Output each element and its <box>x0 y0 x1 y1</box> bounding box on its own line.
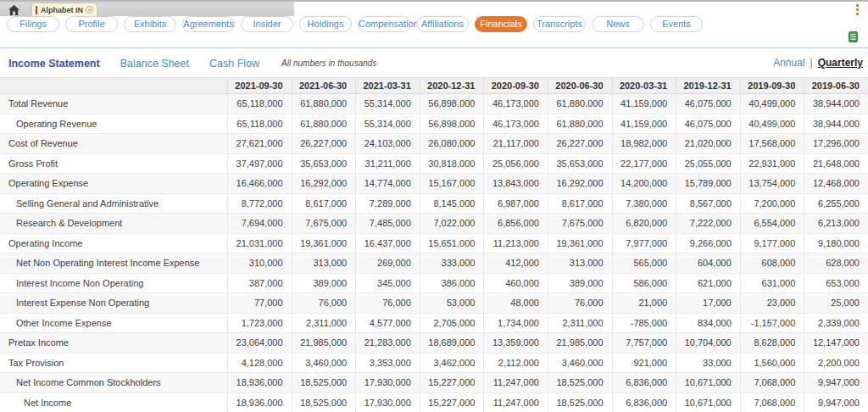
cell-value: 48,000 <box>483 293 548 313</box>
cell-value: 55,314,000 <box>355 94 420 114</box>
cell-value: 13,843,000 <box>483 174 548 193</box>
cell-value: 2,339,000 <box>804 314 868 333</box>
cell-value: 14,774,000 <box>355 174 420 193</box>
table-row-tax-provision: Tax Provision4,128,0003,460,0003,353,000… <box>0 354 868 374</box>
period-quarterly[interactable]: Quarterly <box>818 57 863 69</box>
cell-value: 1,734,000 <box>483 314 548 333</box>
nav-pill-financials[interactable]: Financials <box>475 16 527 32</box>
nav-pill-holdings[interactable]: Holdings <box>299 16 352 32</box>
row-label: Total Revenue <box>0 94 227 114</box>
company-tab[interactable]: Alphabet INC × <box>31 3 97 16</box>
cell-value: 653,000 <box>804 274 868 293</box>
cell-value: 386,000 <box>420 274 484 293</box>
cell-value: 310,000 <box>227 253 292 273</box>
statement-tab-income-statement[interactable]: Income Statement <box>8 58 100 70</box>
tab-close-icon[interactable]: × <box>86 6 93 14</box>
cell-value: 2,311,000 <box>292 314 356 333</box>
cell-value: 7,675,000 <box>548 214 612 233</box>
cell-value: 40,499,000 <box>740 94 804 114</box>
table-body: Total Revenue65,118,00061,880,00055,314,… <box>0 94 868 412</box>
tab-accent-bar <box>36 6 37 14</box>
home-icon[interactable] <box>8 3 20 14</box>
cell-value: 586,000 <box>612 274 676 293</box>
cell-value: 53,000 <box>420 293 484 313</box>
cell-value: 30,818,000 <box>420 154 484 174</box>
cell-value: 4,577,000 <box>355 314 420 333</box>
cell-value: 31,211,000 <box>355 154 420 174</box>
nav-pill-exhibits[interactable]: Exhibits <box>124 16 176 32</box>
cell-value: 22,931,000 <box>740 154 804 174</box>
period-toggle: Annual | Quarterly <box>773 57 863 69</box>
column-header: 2021-06-30 <box>292 78 356 93</box>
nav-pill-filings[interactable]: Filings <box>7 16 59 32</box>
cell-value: 11,247,000 <box>483 393 548 412</box>
cell-value: 8,617,000 <box>548 194 612 214</box>
cell-value: 17,568,000 <box>740 134 804 153</box>
nav-pills: FilingsProfileExhibitsAgreementsInsiderH… <box>0 14 868 34</box>
statement-tab-balance-sheet[interactable]: Balance Sheet <box>120 58 189 70</box>
cell-value: 11,213,000 <box>483 234 548 253</box>
period-annual[interactable]: Annual <box>773 57 804 69</box>
cell-value: 41,159,000 <box>612 94 676 114</box>
cell-value: 35,653,000 <box>292 154 356 174</box>
cell-value: 6,213,000 <box>804 214 868 233</box>
cell-value: 14,200,000 <box>612 174 676 193</box>
cell-value: 17,000 <box>676 293 740 313</box>
income-statement-table: 2021-09-302021-06-302021-03-312020-12-31… <box>0 77 868 412</box>
export-row <box>0 34 868 47</box>
table-row-operating-revenue: Operating Revenue65,118,00061,880,00055,… <box>0 114 868 135</box>
column-header: 2020-12-31 <box>420 78 484 93</box>
column-header: 2021-09-30 <box>227 78 292 93</box>
nav-pill-profile[interactable]: Profile <box>65 16 118 32</box>
cell-value: 16,466,000 <box>227 174 292 193</box>
nav-pill-transcripts[interactable]: Transcripts <box>533 16 586 32</box>
nav-pill-affiliations[interactable]: Affiliations <box>416 16 469 32</box>
cell-value: 621,000 <box>676 274 740 293</box>
cell-value: 6,820,000 <box>612 214 676 233</box>
table-header-row: 2021-09-302021-06-302021-03-312020-12-31… <box>0 78 868 94</box>
nav-pill-compensation[interactable]: Compensation <box>358 16 410 32</box>
statement-tab-cash-flow[interactable]: Cash Flow <box>209 58 259 70</box>
cell-value: 16,437,000 <box>355 234 420 253</box>
cell-value: 3,460,000 <box>292 354 356 373</box>
cell-value: 61,880,000 <box>548 94 612 114</box>
cell-value: 10,704,000 <box>676 333 740 353</box>
cell-value: 21,648,000 <box>804 154 868 174</box>
cell-value: 25,055,000 <box>676 154 740 174</box>
table-row-selling-general-and-administrative: Selling General and Administrative8,772,… <box>0 194 868 214</box>
table-row-gross-profit: Gross Profit37,497,00035,653,00031,211,0… <box>0 154 868 175</box>
cell-value: 6,836,000 <box>612 393 676 412</box>
cell-value: 7,222,000 <box>676 214 740 233</box>
row-label: Net Income <box>0 393 227 412</box>
cell-value: 23,000 <box>740 293 804 313</box>
cell-value: 6,554,000 <box>740 214 804 233</box>
cell-value: 7,022,000 <box>420 214 484 233</box>
cell-value: 35,653,000 <box>548 154 612 174</box>
cell-value: 76,000 <box>548 293 612 313</box>
cell-value: 8,628,000 <box>740 333 804 353</box>
cell-value: 6,856,000 <box>483 214 548 233</box>
column-header: 2019-12-31 <box>676 78 740 93</box>
cell-value: 7,200,000 <box>740 194 804 214</box>
spreadsheet-export-icon[interactable] <box>849 31 858 46</box>
cell-value: 46,173,000 <box>483 94 548 114</box>
nav-pill-agreements[interactable]: Agreements <box>182 16 235 32</box>
cell-value: 15,227,000 <box>420 373 484 393</box>
nav-pill-insider[interactable]: Insider <box>241 16 293 32</box>
cell-value: 389,000 <box>548 274 612 293</box>
cell-value: 41,159,000 <box>612 114 676 134</box>
column-header: 2019-06-30 <box>804 78 868 93</box>
cell-value: 834,000 <box>676 314 740 333</box>
nav-pill-events[interactable]: Events <box>650 16 703 32</box>
cell-value: -1,157,000 <box>740 314 804 333</box>
table-row-net-income: Net Income18,936,00018,525,00017,930,000… <box>0 393 868 412</box>
cell-value: 76,000 <box>292 293 356 313</box>
cell-value: 19,361,000 <box>292 234 356 253</box>
nav-pill-news[interactable]: News <box>592 16 644 32</box>
cell-value: 7,757,000 <box>612 333 676 353</box>
kebab-menu-icon[interactable] <box>853 4 861 15</box>
cell-value: 460,000 <box>483 274 548 293</box>
table-row-total-revenue: Total Revenue65,118,00061,880,00055,314,… <box>0 94 868 114</box>
column-header: 2020-09-30 <box>483 78 548 93</box>
cell-value: 18,936,000 <box>227 373 292 393</box>
